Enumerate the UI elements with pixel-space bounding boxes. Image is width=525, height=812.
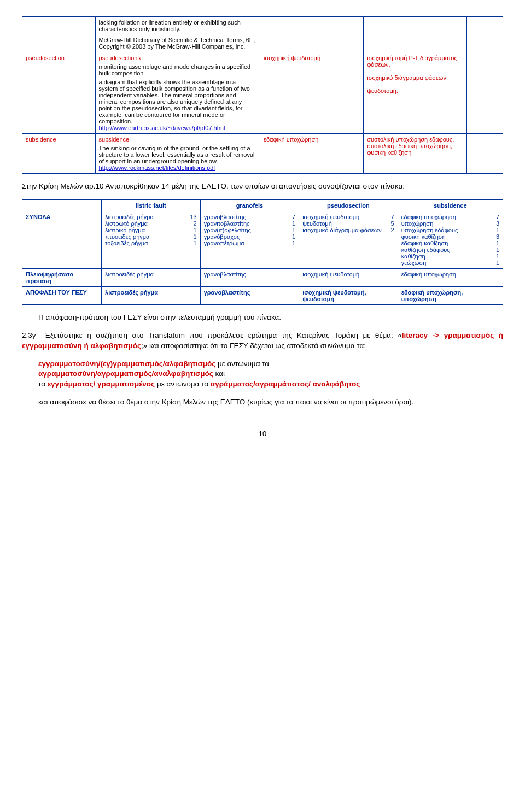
cell: λιστροειδές ρήγμα: [102, 268, 201, 286]
greek-term: ισοχημική ψευδοτομή: [264, 55, 320, 61]
cell: ισοχημική ψευδοτομή: [299, 268, 398, 286]
greek-term: εδαφική υποχώρηση: [264, 136, 318, 143]
term-label: pseudosection: [26, 55, 65, 61]
def-text: a diagram that explicitly shows the asse…: [99, 79, 257, 125]
source-link[interactable]: http://www.earth.ox.ac.uk/~davewa/pt/pt0…: [99, 125, 225, 131]
col-header: granofels: [200, 199, 299, 211]
row-label: Πλειοψηφήσασα πρόταση: [26, 271, 73, 284]
totals-cell: γρανοβλαστίτης7γρανιτοβλαστίτης1γραν(ιτ)…: [200, 211, 299, 268]
totals-cell: ισοχημική ψευδοτομή7ψευδοτομή5ισοχημικό …: [299, 211, 398, 268]
col-header: pseudosection: [299, 199, 398, 211]
term-heading: subsidence: [99, 136, 257, 143]
cell: γρανοβλαστίτης: [200, 286, 299, 304]
cell: λιστροειδές ρήγμα: [102, 286, 201, 304]
results-table: listric fault granofels pseudosection su…: [22, 199, 503, 305]
def-text: McGraw-Hill Dictionary of Scientific & T…: [99, 37, 257, 50]
section-2-3g: 2.3γ Εξετάστηκε η συζήτηση στο Translatu…: [22, 331, 503, 351]
source-link[interactable]: http://www.rockmass.net/files/definition…: [99, 164, 215, 171]
col-header: listric fault: [102, 199, 201, 211]
totals-cell: εδαφική υποχώρηση7υποχώρηση3υποχώρηση εδ…: [398, 211, 503, 268]
term-label: subsidence: [26, 136, 56, 143]
totals-cell: λιστροειδές ρήγμα13λιστρωτό ρήγμα2λιστρι…: [102, 211, 201, 268]
def-text: monitoring assemblage and mode changes i…: [99, 63, 257, 77]
definitions-table: lacking foliation or lineation entirely …: [22, 16, 503, 174]
intro-paragraph: Στην Κρίση Μελών αρ.10 Ανταποκρίθηκαν 14…: [22, 181, 503, 192]
term-heading: pseudosections: [99, 55, 257, 61]
cell: εδαφική υποχώρηση: [398, 268, 503, 286]
cell: γρανοβλαστίτης: [200, 268, 299, 286]
greek-synonyms: ισοχημική τομή P-T διαγράμματος φάσεων, …: [367, 55, 457, 94]
row-label: ΑΠΟΦΑΣΗ ΤΟΥ ΓΕΣΥ: [26, 289, 87, 296]
cell: ισοχημική ψευδοτομή, ψευδοτομή: [299, 286, 398, 304]
row-label: ΣΥΝΟΛΑ: [26, 214, 50, 220]
synonym-block: εγγραμματοσύνη/(εγ)γραμματισμός/αλφαβητι…: [38, 359, 503, 390]
page-number: 10: [22, 429, 503, 438]
closing-text: και αποφάσισε να θέσει το θέμα στην Κρίσ…: [38, 397, 503, 408]
def-text: lacking foliation or lineation entirely …: [99, 19, 257, 32]
cell: εδαφική υποχώρηση, υποχώρηση: [398, 286, 503, 304]
col-header: subsidence: [398, 199, 503, 211]
def-text: The sinking or caving in of the ground, …: [99, 145, 257, 164]
decision-note: Η απόφαση-πρόταση του ΓΕΣΥ είναι στην τε…: [38, 313, 503, 323]
greek-synonyms: συστολική υποχώρηση εδάφους, συστολική ε…: [367, 136, 454, 156]
